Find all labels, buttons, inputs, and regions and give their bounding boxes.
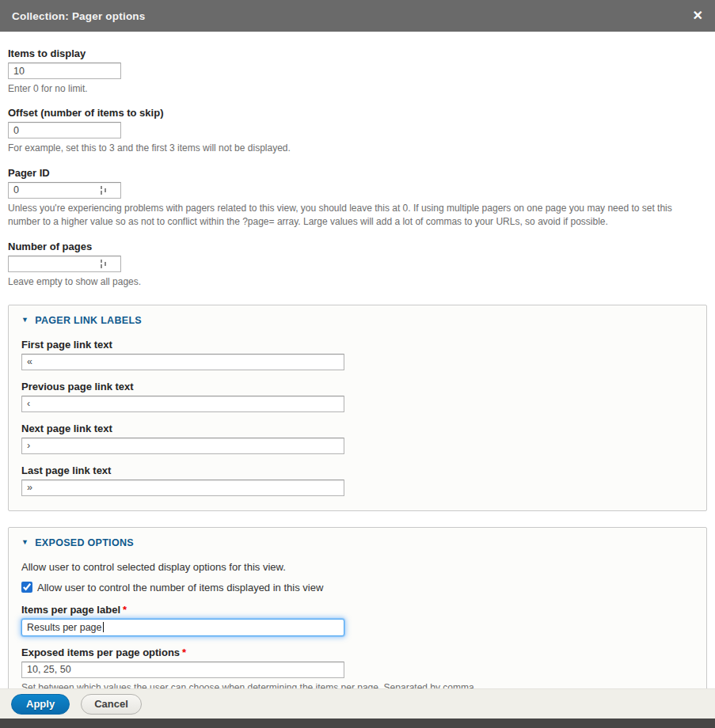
legend-text: PAGER LINK LABELS	[35, 315, 142, 326]
apply-button[interactable]: Apply	[11, 694, 70, 715]
form-item-number-of-pages: Number of pages Leave empty to show all …	[8, 241, 707, 289]
control-items-checkbox-row: Allow user to control the number of item…	[21, 582, 694, 593]
first-page-link-label: First page link text	[21, 339, 694, 351]
form-item-exposed-items-options: Exposed items per page options* Set betw…	[21, 646, 694, 688]
form-item-items-per-page-label: Items per page label* Results per page	[21, 604, 694, 636]
form-item-pager-id: Pager ID Unless you're experiencing prob…	[8, 167, 707, 229]
offset-label: Offset (number of items to skip)	[8, 107, 707, 119]
exposed-options-legend[interactable]: ▼ EXPOSED OPTIONS	[21, 537, 694, 548]
exposed-items-options-input[interactable]	[21, 662, 344, 678]
control-items-checkbox-label: Allow user to control the number of item…	[37, 582, 323, 593]
form-item-last-page-link: Last page link text	[21, 464, 694, 496]
items-per-page-input[interactable]: Results per page	[21, 619, 344, 636]
modal-body: Items to display Enter 0 for no limit. O…	[0, 32, 715, 688]
previous-page-link-label: Previous page link text	[21, 381, 694, 392]
form-item-previous-page-link: Previous page link text	[21, 381, 694, 412]
next-page-link-label: Next page link text	[21, 423, 694, 434]
page-background-bar	[0, 719, 715, 728]
close-icon[interactable]: ✕	[693, 9, 703, 22]
items-per-page-input-value: Results per page	[27, 622, 102, 633]
number-of-pages-description: Leave empty to show all pages.	[8, 275, 706, 289]
pager-id-label: Pager ID	[8, 167, 707, 179]
items-per-page-label: Items per page label*	[21, 604, 694, 616]
form-item-first-page-link: First page link text	[21, 339, 694, 370]
legend-text: EXPOSED OPTIONS	[35, 537, 134, 548]
pager-link-labels-legend[interactable]: ▼ PAGER LINK LABELS	[21, 315, 694, 326]
required-mark: *	[182, 646, 186, 658]
form-item-next-page-link: Next page link text	[21, 423, 694, 454]
first-page-link-input[interactable]	[21, 354, 344, 370]
cancel-button[interactable]: Cancel	[81, 694, 142, 715]
previous-page-link-input[interactable]	[21, 396, 344, 412]
modal-title: Collection: Pager options	[12, 10, 146, 22]
pager-options-modal: Collection: Pager options ✕ Items to dis…	[0, 0, 715, 728]
number-of-pages-input[interactable]	[8, 256, 121, 272]
last-page-link-label: Last page link text	[21, 464, 694, 476]
modal-footer: Apply Cancel	[0, 688, 715, 719]
items-to-display-label: Items to display	[8, 47, 707, 59]
exposed-items-options-label: Exposed items per page options*	[21, 646, 694, 658]
form-item-offset: Offset (number of items to skip) For exa…	[8, 107, 707, 155]
exposed-items-options-description: Set between which values the user can ch…	[21, 681, 694, 688]
chevron-down-icon: ▼	[21, 539, 29, 546]
exposed-options-intro: Allow user to control selected display o…	[21, 561, 694, 573]
offset-description: For example, set this to 3 and the first…	[8, 142, 706, 155]
pager-id-description: Unless you're experiencing problems with…	[8, 202, 706, 229]
control-items-checkbox[interactable]	[21, 582, 32, 593]
items-to-display-description: Enter 0 for no limit.	[8, 82, 706, 96]
fieldset-exposed-options: ▼ EXPOSED OPTIONS Allow user to control …	[8, 527, 707, 688]
fieldset-pager-link-labels: ▼ PAGER LINK LABELS First page link text…	[8, 305, 707, 511]
form-item-items-to-display: Items to display Enter 0 for no limit.	[8, 47, 707, 96]
text-cursor	[103, 622, 104, 632]
modal-header: Collection: Pager options ✕	[0, 0, 715, 32]
offset-input[interactable]	[8, 122, 121, 138]
chevron-down-icon: ▼	[21, 317, 29, 324]
last-page-link-input[interactable]	[21, 480, 344, 496]
number-of-pages-label: Number of pages	[8, 241, 707, 252]
pager-id-input[interactable]	[8, 182, 121, 199]
required-mark: *	[123, 604, 127, 616]
next-page-link-input[interactable]	[21, 438, 344, 454]
items-to-display-input[interactable]	[8, 63, 121, 79]
